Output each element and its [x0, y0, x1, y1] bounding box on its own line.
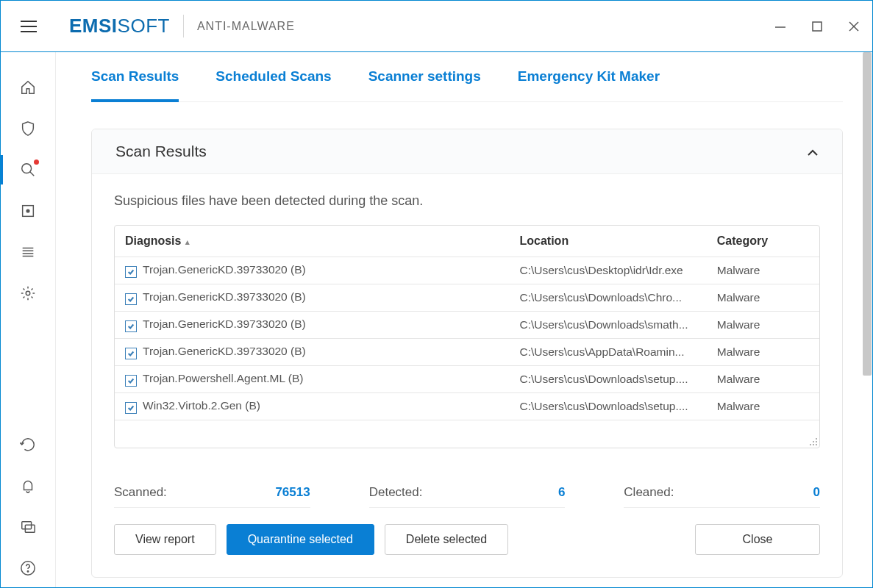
sidebar-home[interactable]: [1, 67, 55, 108]
svg-point-25: [816, 444, 817, 445]
stats-row: Scanned: 76513 Detected: 6 Cleaned: 0: [114, 485, 820, 508]
row-category: Malware: [707, 339, 819, 366]
column-location[interactable]: Location: [509, 226, 706, 257]
sidebar-logs[interactable]: [1, 232, 55, 273]
maximize-button[interactable]: [799, 12, 835, 41]
svg-point-20: [816, 438, 817, 440]
close-button[interactable]: [835, 12, 872, 41]
sidebar-protection[interactable]: [1, 108, 55, 149]
row-diagnosis: Trojan.GenericKD.39733020 (B): [143, 263, 306, 276]
table-row[interactable]: Trojan.GenericKD.39733020 (B)C:\Users\cu…: [115, 339, 819, 366]
stat-cleaned-value: 0: [813, 485, 820, 500]
stat-scanned: Scanned: 76513: [114, 485, 310, 508]
table-row[interactable]: Trojan.Powershell.Agent.ML (B)C:\Users\c…: [115, 366, 819, 393]
stat-detected-label: Detected:: [369, 485, 423, 500]
table-row[interactable]: Trojan.GenericKD.39733020 (B)C:\Users\cu…: [115, 284, 819, 312]
column-category[interactable]: Category: [707, 226, 819, 257]
minimize-button[interactable]: [762, 12, 799, 41]
sidebar-quarantine[interactable]: [1, 190, 55, 232]
collapse-icon[interactable]: [807, 143, 819, 160]
quarantine-selected-button[interactable]: Quarantine selected: [227, 524, 374, 555]
stat-detected-value: 6: [558, 485, 565, 500]
sidebar-feedback[interactable]: [1, 506, 55, 548]
svg-point-23: [810, 444, 811, 445]
action-row: View report Quarantine selected Delete s…: [114, 524, 820, 555]
row-location: C:\Users\cus\Desktop\idr\Idr.exe: [509, 257, 706, 284]
delete-selected-button[interactable]: Delete selected: [385, 524, 508, 555]
row-diagnosis: Win32.Virtob.2.Gen (B): [143, 399, 260, 412]
panel-body: Suspicious files have been detected duri…: [92, 174, 842, 577]
sidebar-scan[interactable]: [1, 149, 55, 190]
sidebar-help[interactable]: [1, 548, 55, 588]
row-diagnosis: Trojan.GenericKD.39733020 (B): [143, 345, 306, 357]
scrollbar-thumb[interactable]: [863, 52, 872, 376]
sidebar: [1, 52, 56, 588]
row-location: C:\Users\cus\Downloads\setup....: [509, 366, 706, 393]
stat-scanned-label: Scanned:: [114, 485, 167, 500]
row-checkbox[interactable]: [125, 293, 137, 305]
stat-scanned-value: 76513: [275, 485, 310, 500]
close-results-button[interactable]: Close: [695, 524, 820, 555]
sidebar-sync[interactable]: [1, 424, 55, 465]
results-table: Diagnosis Location Category Trojan.Gener…: [115, 226, 819, 420]
svg-point-15: [26, 291, 30, 295]
sidebar-notifications[interactable]: [1, 465, 55, 506]
tab-scan-results[interactable]: Scan Results: [91, 68, 179, 102]
svg-line-8: [30, 172, 35, 176]
row-category: Malware: [707, 393, 819, 420]
table-row[interactable]: Trojan.GenericKD.39733020 (B)C:\Users\cu…: [115, 257, 819, 284]
row-checkbox[interactable]: [125, 266, 137, 278]
row-diagnosis: Trojan.GenericKD.39733020 (B): [143, 290, 306, 303]
svg-point-19: [27, 571, 28, 572]
svg-point-22: [816, 441, 817, 442]
svg-point-10: [26, 209, 29, 212]
scrollbar[interactable]: [862, 52, 872, 376]
column-diagnosis[interactable]: Diagnosis: [115, 226, 509, 257]
table-row[interactable]: Win32.Virtob.2.Gen (B)C:\Users\cus\Downl…: [115, 393, 819, 420]
stat-cleaned-label: Cleaned:: [624, 485, 674, 500]
svg-point-24: [813, 444, 814, 445]
sidebar-settings[interactable]: [1, 273, 55, 314]
row-location: C:\Users\cus\Downloads\setup....: [509, 393, 706, 420]
scan-message: Suspicious files have been detected duri…: [114, 193, 820, 209]
row-diagnosis: Trojan.GenericKD.39733020 (B): [143, 318, 306, 330]
menu-button[interactable]: [1, 20, 56, 33]
main-content: Scan Results Scheduled Scans Scanner set…: [56, 52, 872, 588]
stat-detected: Detected: 6: [369, 485, 566, 508]
notification-dot-icon: [34, 159, 39, 165]
table-row[interactable]: Trojan.GenericKD.39733020 (B)C:\Users\cu…: [115, 312, 819, 339]
row-checkbox[interactable]: [125, 375, 137, 387]
svg-point-7: [22, 164, 32, 173]
row-checkbox[interactable]: [125, 348, 137, 359]
tab-scanner-settings[interactable]: Scanner settings: [368, 68, 481, 101]
svg-point-21: [813, 441, 814, 442]
tab-emergency-kit[interactable]: Emergency Kit Maker: [518, 68, 660, 101]
row-checkbox[interactable]: [125, 402, 137, 414]
table-footer: [115, 420, 819, 448]
row-category: Malware: [707, 366, 819, 393]
row-category: Malware: [707, 312, 819, 339]
row-category: Malware: [707, 257, 819, 284]
row-checkbox[interactable]: [125, 320, 137, 332]
row-diagnosis: Trojan.Powershell.Agent.ML (B): [143, 372, 304, 384]
svg-rect-4: [813, 22, 822, 31]
tab-bar: Scan Results Scheduled Scans Scanner set…: [91, 52, 843, 102]
results-panel: Scan Results Suspicious files have been …: [91, 129, 843, 578]
brand: EMSISOFT ANTI-MALWARE: [56, 15, 295, 37]
panel-title: Scan Results: [115, 143, 207, 160]
resize-grip-icon[interactable]: [809, 437, 818, 446]
row-location: C:\Users\cus\Downloads\smath...: [509, 312, 706, 339]
brand-logo: EMSISOFT: [56, 15, 184, 37]
view-report-button[interactable]: View report: [114, 524, 216, 555]
panel-header[interactable]: Scan Results: [92, 129, 842, 174]
stat-cleaned: Cleaned: 0: [624, 485, 820, 508]
row-location: C:\Users\cus\AppData\Roamin...: [509, 339, 706, 366]
window-controls: [762, 12, 872, 41]
row-location: C:\Users\cus\Downloads\Chro...: [509, 284, 706, 312]
tab-scheduled-scans[interactable]: Scheduled Scans: [215, 68, 331, 101]
row-category: Malware: [707, 284, 819, 312]
titlebar: EMSISOFT ANTI-MALWARE: [1, 1, 872, 52]
brand-subtitle: ANTI-MALWARE: [184, 20, 295, 33]
results-table-wrap: Diagnosis Location Category Trojan.Gener…: [114, 225, 820, 448]
